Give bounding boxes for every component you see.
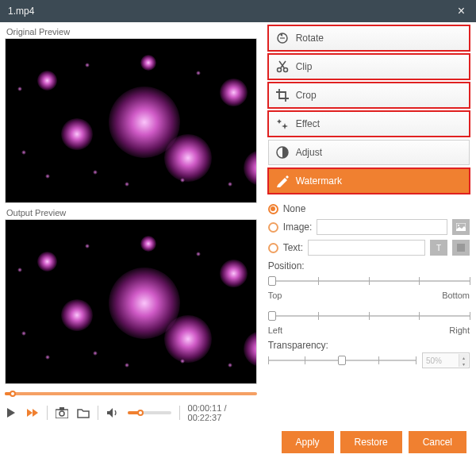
- apply-button[interactable]: Apply: [282, 431, 334, 453]
- playback-controls: 00:00:11 / 00:22:37: [5, 403, 257, 422]
- position-label: Position:: [268, 260, 470, 271]
- transparency-label: Transparency:: [268, 340, 470, 351]
- separator: [47, 406, 48, 420]
- play-icon[interactable]: [5, 406, 18, 420]
- transparency-spinner[interactable]: 50% ▴ ▾: [422, 352, 470, 368]
- tool-label: Effect: [296, 118, 320, 129]
- volume-slider[interactable]: [128, 411, 171, 414]
- current-time: 00:00:11: [188, 403, 222, 413]
- svg-point-2: [60, 411, 64, 416]
- tool-label: Adjust: [296, 147, 322, 158]
- svg-rect-1: [60, 407, 64, 410]
- text-label: Text:: [283, 242, 303, 253]
- separator: [98, 406, 98, 420]
- right-label: Right: [449, 325, 470, 335]
- left-pane: Original Preview Output Preview: [0, 22, 262, 422]
- image-path-input[interactable]: [317, 219, 447, 235]
- original-preview-label: Original Preview: [6, 27, 257, 37]
- tool-clip[interactable]: Clip: [268, 54, 470, 79]
- slider-horizontal[interactable]: [268, 308, 470, 324]
- tool-label: Clip: [296, 61, 313, 72]
- tool-effect[interactable]: Effect: [268, 111, 470, 137]
- volume-icon[interactable]: [106, 406, 120, 420]
- rotate-icon: [275, 31, 290, 45]
- bottom-label: Bottom: [442, 291, 470, 300]
- svg-point-5: [283, 68, 287, 72]
- spinner-down-icon[interactable]: ▾: [459, 360, 468, 367]
- transparency-slider[interactable]: [268, 352, 416, 368]
- fast-forward-icon[interactable]: [26, 406, 40, 420]
- output-preview: [5, 219, 257, 384]
- tool-label: Watermark: [296, 175, 342, 187]
- titlebar: 1.mp4 ×: [0, 0, 476, 22]
- left-label: Left: [268, 325, 282, 335]
- radio-none[interactable]: [268, 204, 278, 214]
- radio-text[interactable]: [268, 243, 278, 253]
- clip-icon: [275, 60, 290, 74]
- radio-image[interactable]: [268, 222, 278, 233]
- svg-point-8: [458, 225, 459, 226]
- main-area: Original Preview Output Preview: [0, 22, 476, 422]
- cancel-button[interactable]: Cancel: [409, 431, 466, 453]
- font-button[interactable]: T: [430, 240, 447, 256]
- wm-image-row: Image:: [268, 219, 470, 235]
- top-label: Top: [268, 291, 282, 300]
- close-icon[interactable]: ×: [455, 4, 468, 18]
- progress-bar[interactable]: [5, 392, 257, 395]
- folder-icon[interactable]: [77, 406, 90, 420]
- total-time: 00:22:37: [188, 413, 222, 422]
- output-preview-label: Output Preview: [6, 208, 257, 218]
- separator: [179, 406, 180, 420]
- none-label: None: [283, 203, 306, 214]
- transparency-value: 50%: [426, 356, 442, 365]
- restore-button[interactable]: Restore: [340, 431, 402, 453]
- spinner-up-icon[interactable]: ▴: [459, 354, 468, 360]
- tool-watermark[interactable]: Watermark: [268, 168, 470, 194]
- tool-crop[interactable]: Crop: [268, 83, 470, 108]
- image-label: Image:: [283, 221, 313, 233]
- svg-rect-9: [457, 244, 465, 252]
- tool-list: RotateClipCropEffectAdjustWatermark: [268, 25, 470, 197]
- tool-label: Crop: [296, 90, 317, 101]
- effect-icon: [275, 117, 290, 131]
- tool-adjust[interactable]: Adjust: [268, 140, 470, 165]
- snapshot-icon[interactable]: [56, 406, 69, 420]
- svg-point-4: [277, 68, 281, 72]
- right-pane: RotateClipCropEffectAdjustWatermark None…: [262, 22, 476, 422]
- browse-image-icon[interactable]: [452, 219, 470, 235]
- tool-rotate[interactable]: Rotate: [268, 25, 470, 51]
- watermark-panel: None Image: Text: T Position:: [268, 203, 470, 368]
- crop-icon: [275, 88, 290, 102]
- tool-label: Rotate: [296, 33, 324, 44]
- time-display: 00:00:11 / 00:22:37: [188, 403, 257, 422]
- footer: Apply Restore Cancel: [0, 422, 476, 462]
- adjust-icon: [275, 145, 290, 160]
- text-input[interactable]: [308, 240, 425, 256]
- slider-vertical[interactable]: [268, 273, 470, 289]
- watermark-icon: [275, 174, 290, 188]
- window-title: 1.mp4: [8, 6, 34, 17]
- color-button[interactable]: [452, 240, 470, 256]
- wm-text-row: Text: T: [268, 240, 470, 256]
- original-preview: [5, 38, 257, 203]
- wm-none-row[interactable]: None: [268, 203, 470, 214]
